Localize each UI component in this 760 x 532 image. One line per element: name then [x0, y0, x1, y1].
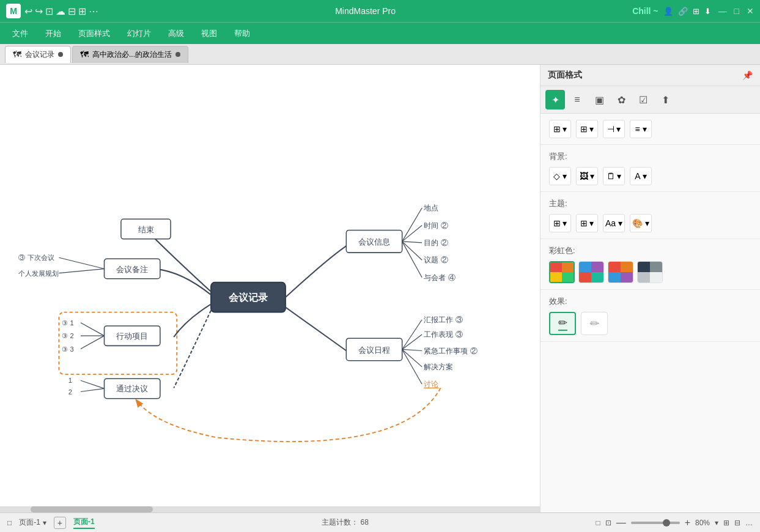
svg-text:会议记录: 会议记录	[228, 292, 268, 303]
tab-dot-1	[58, 52, 63, 57]
bg-pattern-btn[interactable]: 🗒 ▾	[603, 167, 625, 185]
zoom-slider[interactable]	[631, 522, 680, 524]
fit-icon[interactable]: □	[596, 519, 600, 527]
theme-font-btn[interactable]: Aa ▾	[603, 214, 625, 232]
svg-text:2: 2	[68, 388, 72, 396]
color-swatch-4[interactable]	[637, 261, 663, 283]
save-icon[interactable]: ⊡	[45, 6, 53, 17]
svg-text:③ 下次会议: ③ 下次会议	[18, 254, 54, 261]
titlebar: M ↩ ↪ ⊡ ☁ ⊟ ⊞ ⋯ MindMaster Pro Chill ~ 👤…	[0, 0, 760, 22]
layout-btn-3[interactable]: ⊣ ▾	[603, 120, 625, 138]
zoom-dropdown-icon[interactable]: ▾	[715, 519, 718, 527]
logo-letter: M	[10, 6, 17, 16]
layout1-icon[interactable]: ⊟	[68, 6, 76, 17]
zoom-actual-icon[interactable]: ⊟	[734, 519, 740, 527]
ellipsis-icon[interactable]: …	[745, 519, 753, 527]
strikethrough-icon: ✏	[590, 317, 599, 330]
zoom-thumb[interactable]	[663, 519, 670, 526]
menu-page-style[interactable]: 页面样式	[71, 26, 117, 42]
menu-advanced[interactable]: 高级	[161, 26, 191, 42]
undo-icon[interactable]: ↩	[24, 6, 32, 17]
mindmap-svg: 会议记录 会议信息 地点 时间 ② 目的 ② 议题 ② 与会者 ④ 会议日程	[0, 65, 540, 512]
menu-view[interactable]: 视图	[194, 26, 224, 42]
panel-tool-check[interactable]: ☑	[633, 90, 653, 109]
effect-btn-2[interactable]: ✏	[581, 312, 608, 335]
color-swatch-2[interactable]	[578, 261, 604, 283]
canvas-scrollbar[interactable]	[0, 506, 540, 512]
tab-icon-2: 🗺	[80, 50, 89, 59]
main-area: 会议记录 会议信息 地点 时间 ② 目的 ② 议题 ② 与会者 ④ 会议日程	[0, 65, 760, 512]
menu-start[interactable]: 开始	[38, 26, 68, 42]
panel-tool-grid[interactable]: ▣	[589, 90, 609, 109]
svg-text:议题 ②: 议题 ②	[424, 256, 448, 264]
tab-label-1: 会议记录	[25, 50, 54, 60]
layout-btn-1[interactable]: ⊞ ▾	[549, 120, 571, 138]
svg-text:与会者 ④: 与会者 ④	[424, 273, 455, 282]
svg-text:③ 3: ③ 3	[62, 345, 73, 353]
svg-text:紧急工作事项 ②: 紧急工作事项 ②	[424, 347, 477, 355]
zoom-out-icon[interactable]: —	[616, 517, 626, 528]
theme-btn-2[interactable]: ⊞ ▾	[576, 214, 598, 232]
titlebar-left: M ↩ ↪ ⊡ ☁ ⊟ ⊞ ⋯	[6, 4, 98, 18]
svg-text:③ 2: ③ 2	[62, 332, 73, 339]
theme-color-btn[interactable]: 🎨 ▾	[630, 214, 652, 232]
bg-text-btn[interactable]: A ▾	[630, 167, 652, 185]
add-page-btn[interactable]: +	[54, 517, 66, 529]
panel-title: 页面格式	[548, 70, 582, 81]
panel-pin-icon[interactable]: 📌	[742, 70, 753, 80]
menu-file[interactable]: 文件	[5, 26, 35, 42]
layout-btn-4[interactable]: ≡ ▾	[630, 120, 652, 138]
maximize-btn[interactable]: □	[734, 6, 739, 16]
layout-btn-2[interactable]: ⊞ ▾	[576, 120, 598, 138]
bg-image-btn[interactable]: 🖼 ▾	[576, 167, 598, 185]
panel-tool-flower[interactable]: ✿	[611, 90, 631, 109]
menu-slideshow[interactable]: 幻灯片	[120, 26, 158, 42]
cloud-icon[interactable]: ☁	[56, 6, 65, 17]
minimize-btn[interactable]: —	[718, 6, 727, 16]
tab-icon-1: 🗺	[13, 50, 21, 59]
layout2-icon[interactable]: ⊞	[78, 6, 86, 17]
frame-icon: □	[7, 519, 12, 527]
tab-label-2: 高中政治必...的政治生活	[92, 50, 172, 60]
svg-text:时间 ②: 时间 ②	[424, 221, 448, 230]
tab-politics[interactable]: 🗺 高中政治必...的政治生活	[72, 46, 188, 63]
active-page-label[interactable]: 页面-1	[73, 517, 95, 529]
zoom-level: 80%	[695, 519, 710, 527]
panel-toolbar: ✦ ≡ ▣ ✿ ☑ ⬆	[540, 86, 760, 114]
app-title: MindMaster Pro	[335, 6, 396, 16]
color-swatch-3[interactable]	[608, 261, 633, 283]
fullscreen-icon[interactable]: ⊡	[605, 519, 611, 527]
panel-tool-style[interactable]: ✦	[545, 90, 565, 109]
svg-text:目的 ②: 目的 ②	[424, 238, 448, 247]
panel-tool-list[interactable]: ≡	[567, 90, 587, 109]
color-swatch-1[interactable]	[549, 261, 575, 283]
user-name[interactable]: Chill ~	[632, 6, 658, 16]
bg-color-btn[interactable]: ◇ ▾	[549, 167, 571, 185]
svg-text:会议备注: 会议备注	[116, 265, 148, 274]
grid-icon[interactable]: ⊞	[693, 7, 699, 16]
mindmap-canvas[interactable]: 会议记录 会议信息 地点 时间 ② 目的 ② 议题 ② 与会者 ④ 会议日程	[0, 65, 540, 512]
tab-meeting-notes[interactable]: 🗺 会议记录	[5, 46, 71, 63]
panel-tool-upload[interactable]: ⬆	[655, 90, 675, 109]
effect-label: 效果:	[549, 296, 751, 307]
zoom-fit-icon[interactable]: ⊞	[723, 519, 729, 527]
svg-text:1: 1	[68, 377, 72, 384]
expand-icon[interactable]: ⬇	[704, 7, 711, 16]
page-dropdown-icon[interactable]: ▾	[43, 519, 46, 527]
svg-text:通过决议: 通过决议	[116, 384, 148, 393]
svg-text:结束: 结束	[138, 225, 154, 234]
tab-dot-2	[175, 52, 180, 57]
avatar-icon[interactable]: 👤	[663, 7, 673, 16]
zoom-in-icon[interactable]: +	[685, 517, 690, 528]
redo-icon[interactable]: ↪	[35, 6, 43, 17]
close-btn[interactable]: ✕	[747, 6, 754, 16]
more-icon[interactable]: ⋯	[89, 6, 98, 17]
theme-btn-1[interactable]: ⊞ ▾	[549, 214, 571, 232]
scroll-thumb[interactable]	[31, 506, 153, 512]
page-selector[interactable]: 页面-1 ▾	[19, 517, 46, 528]
app-logo: M	[6, 4, 21, 18]
share-icon[interactable]: 🔗	[678, 7, 688, 16]
effect-btn-1[interactable]: ✏	[549, 312, 576, 335]
background-row: ◇ ▾ 🖼 ▾ 🗒 ▾ A ▾	[549, 167, 751, 185]
menu-help[interactable]: 帮助	[227, 26, 257, 42]
